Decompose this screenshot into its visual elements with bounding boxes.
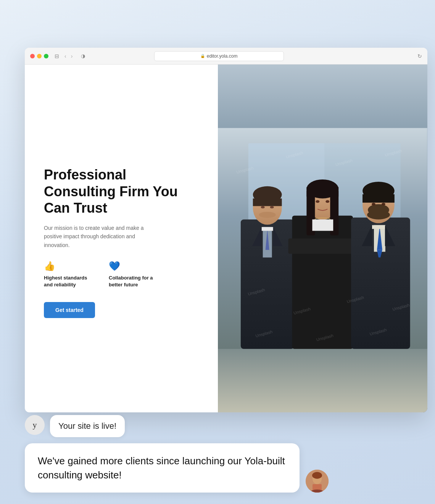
chat-message-1-row: y Your site is live! <box>25 415 427 437</box>
svg-rect-16 <box>292 216 353 349</box>
hero-title: Professional Consulting Firm You Can Tru… <box>44 166 199 216</box>
svg-point-25 <box>326 200 330 203</box>
svg-point-39 <box>382 203 385 205</box>
svg-point-12 <box>259 212 276 218</box>
browser-window: ⊟ ‹ › ◑ 🔒 editor.yola.com ↻ Professional… <box>25 48 427 412</box>
thumbs-up-icon: 👍 <box>44 261 93 271</box>
svg-point-56 <box>312 472 322 479</box>
hero-subtitle: Our mission is to create value and make … <box>44 224 151 249</box>
chat-section: y Your site is live! We've gained more c… <box>25 415 427 493</box>
feature-standards-label: Highest standards and reliability <box>44 275 93 288</box>
chat-bubble-2: We've gained more clients since launchin… <box>25 443 300 493</box>
chat-message-2-row: We've gained more clients since launchin… <box>25 443 427 493</box>
svg-point-37 <box>368 204 389 216</box>
user-avatar <box>306 470 329 493</box>
get-started-button[interactable]: Get started <box>44 302 95 318</box>
svg-point-38 <box>372 203 375 205</box>
svg-rect-9 <box>253 199 282 206</box>
close-button[interactable] <box>30 54 35 58</box>
svg-point-10 <box>261 206 265 208</box>
back-button[interactable]: ‹ <box>63 52 68 60</box>
feature-standards: 👍 Highest standards and reliability <box>44 261 93 288</box>
minimize-button[interactable] <box>37 54 42 58</box>
svg-point-24 <box>316 200 320 203</box>
browser-toolbar: ⊟ ‹ › ◑ 🔒 editor.yola.com ↻ <box>25 48 427 65</box>
hero-image: Unsplash Unsplash Unsplash Unsplash Unsp… <box>218 65 427 412</box>
nav-buttons: ‹ › <box>63 52 74 60</box>
svg-rect-17 <box>288 239 359 254</box>
svg-rect-27 <box>313 220 334 231</box>
svg-rect-15 <box>262 227 273 231</box>
forward-button[interactable]: › <box>69 52 74 60</box>
lock-icon: 🔒 <box>200 54 205 58</box>
website-content: Professional Consulting Firm You Can Tru… <box>25 65 427 412</box>
heart-icon: 💙 <box>109 261 158 271</box>
chat-bubble-1: Your site is live! <box>50 415 125 437</box>
reload-button[interactable]: ↻ <box>417 53 422 59</box>
address-bar[interactable]: 🔒 editor.yola.com <box>154 51 284 61</box>
people-illustration: Unsplash Unsplash Unsplash Unsplash Unsp… <box>218 65 427 412</box>
maximize-button[interactable] <box>44 54 48 58</box>
yola-avatar: y <box>25 415 45 435</box>
svg-rect-23 <box>307 187 339 197</box>
traffic-lights <box>30 54 48 58</box>
sidebar-toggle[interactable]: ⊟ <box>55 53 59 59</box>
url-text: editor.yola.com <box>207 53 238 59</box>
feature-collaborating-label: Collaborating for a better future <box>109 275 158 288</box>
feature-collaborating: 💙 Collaborating for a better future <box>109 261 158 288</box>
svg-rect-42 <box>372 225 385 229</box>
security-icon: ◑ <box>81 53 85 59</box>
svg-rect-35 <box>362 194 395 203</box>
hero-right: Unsplash Unsplash Unsplash Unsplash Unsp… <box>218 65 427 412</box>
features-row: 👍 Highest standards and reliability 💙 Co… <box>44 261 199 288</box>
hero-left: Professional Consulting Firm You Can Tru… <box>25 65 218 412</box>
svg-point-11 <box>270 206 274 208</box>
